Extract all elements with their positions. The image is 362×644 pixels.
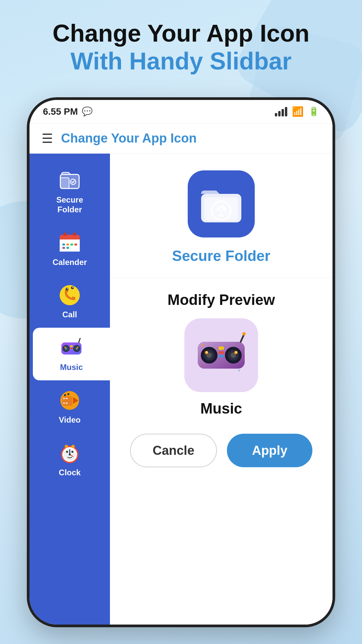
svg-point-51 — [71, 445, 75, 448]
svg-point-68 — [242, 332, 246, 335]
call-icon — [58, 283, 82, 307]
preview-icon-wrapper: ✦ + ✦ — [184, 318, 258, 392]
main-title: Change Your App Icon — [0, 20, 362, 47]
svg-point-19 — [72, 287, 73, 288]
svg-text:+: + — [238, 368, 240, 373]
status-icons-area: 📶 🔋 — [275, 106, 319, 117]
svg-point-50 — [65, 445, 68, 448]
svg-rect-64 — [219, 346, 224, 350]
action-buttons: Cancle Apply — [120, 434, 322, 467]
svg-point-24 — [65, 347, 67, 350]
sidebar-item-call[interactable]: Call — [29, 275, 110, 328]
phone-mockup: 6.55 PM 💬 📶 🔋 ☰ Change Your App Icon — [27, 97, 335, 627]
sidebar-label-call: Call — [62, 310, 77, 320]
secure-folder-icon — [58, 168, 82, 193]
svg-rect-1 — [60, 178, 69, 189]
cancel-button[interactable]: Cancle — [130, 434, 217, 467]
main-subtitle: With Handy Slidbar — [0, 47, 362, 75]
header-area: Change Your App Icon With Handy Slidbar — [0, 20, 362, 76]
current-app-icon — [188, 170, 255, 237]
wifi-icon: 📶 — [292, 106, 304, 117]
svg-line-67 — [241, 334, 244, 342]
app-bar-title: Change Your App Icon — [61, 131, 197, 146]
svg-rect-13 — [62, 247, 65, 249]
sidebar-label-video: Video — [59, 415, 81, 425]
svg-text:✦: ✦ — [201, 364, 204, 368]
apply-button[interactable]: Apply — [227, 434, 312, 467]
music-icon — [59, 336, 83, 360]
svg-point-47 — [69, 453, 71, 455]
svg-point-48 — [66, 451, 68, 453]
svg-rect-14 — [66, 247, 69, 249]
sidebar-item-calendar[interactable]: Calender — [29, 223, 110, 275]
whatsapp-icon: 💬 — [82, 106, 93, 117]
svg-point-72 — [236, 352, 237, 353]
preview-app-name: Music — [200, 400, 242, 417]
status-time-area: 6.55 PM 💬 — [43, 106, 93, 117]
svg-point-49 — [71, 451, 73, 453]
sidebar-item-video[interactable]: Video — [29, 380, 110, 433]
svg-text:✦: ✦ — [200, 342, 204, 348]
svg-rect-6 — [60, 239, 80, 244]
svg-point-71 — [206, 352, 207, 353]
current-icon-section: Secure Folder — [110, 154, 333, 278]
sidebar-label-secure-folder: SecureFolder — [56, 195, 83, 215]
modify-section: Modify Preview — [110, 278, 333, 477]
svg-rect-29 — [70, 348, 73, 349]
sidebar: SecureFolder — [29, 154, 110, 625]
svg-point-27 — [76, 347, 78, 350]
sidebar-item-clock[interactable]: Clock — [29, 433, 110, 486]
signal-icon — [275, 107, 287, 116]
svg-point-8 — [73, 232, 76, 236]
svg-rect-12 — [74, 244, 77, 246]
battery-icon: 🔋 — [308, 106, 319, 117]
modify-title: Modify Preview — [168, 291, 275, 308]
svg-point-15 — [60, 285, 80, 305]
calendar-icon — [58, 231, 82, 255]
sidebar-label-calendar: Calender — [53, 258, 87, 267]
svg-point-32 — [77, 346, 78, 348]
sidebar-item-secure-folder[interactable]: SecureFolder — [29, 160, 110, 223]
app-bar: ☰ Change Your App Icon — [29, 123, 333, 154]
svg-rect-9 — [62, 244, 65, 246]
svg-rect-28 — [70, 345, 73, 347]
sidebar-label-music: Music — [60, 363, 83, 372]
svg-rect-38 — [63, 402, 65, 404]
video-icon — [58, 388, 82, 413]
menu-icon[interactable]: ☰ — [42, 131, 53, 146]
sidebar-item-music[interactable]: Music — [33, 328, 110, 380]
svg-point-31 — [64, 346, 66, 348]
current-app-name: Secure Folder — [172, 248, 270, 264]
sidebar-label-clock: Clock — [59, 468, 80, 478]
svg-point-18 — [67, 288, 68, 289]
svg-rect-39 — [66, 402, 68, 404]
svg-point-7 — [63, 232, 67, 236]
svg-point-40 — [64, 394, 66, 396]
main-area: SecureFolder — [29, 154, 333, 625]
svg-rect-37 — [66, 398, 68, 399]
svg-rect-10 — [66, 244, 69, 246]
svg-line-30 — [79, 338, 80, 342]
svg-rect-36 — [63, 398, 65, 399]
svg-rect-66 — [219, 355, 224, 357]
svg-rect-65 — [219, 351, 224, 354]
content-area: Secure Folder Modify Preview — [110, 154, 333, 625]
status-bar: 6.55 PM 💬 📶 🔋 — [29, 100, 333, 123]
svg-rect-11 — [70, 244, 73, 246]
clock-icon — [58, 441, 82, 465]
svg-point-41 — [67, 393, 69, 395]
time-display: 6.55 PM — [43, 106, 78, 117]
